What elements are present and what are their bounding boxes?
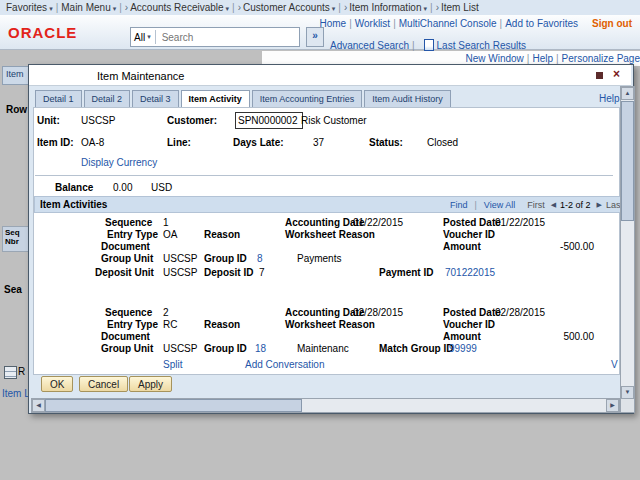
scroll-left-icon[interactable]: ◀ bbox=[32, 399, 45, 412]
group-unit-label: Group Unit bbox=[101, 343, 153, 354]
last-search-results-link[interactable]: Last Search Results bbox=[437, 40, 527, 51]
search-scope-dropdown[interactable]: All bbox=[134, 32, 145, 43]
row-range: 1-2 of 2 bbox=[560, 200, 591, 210]
split-link[interactable]: Split bbox=[163, 359, 182, 370]
search-box: All ▾ bbox=[130, 27, 300, 47]
amount-value: -500.00 bbox=[524, 241, 594, 252]
entry-type-value: OA bbox=[163, 229, 177, 240]
dropdown-arrow-icon: ▾ bbox=[424, 5, 428, 12]
breadcrumb-item-favorites[interactable]: Favorites▾ bbox=[6, 2, 53, 13]
search-input[interactable] bbox=[160, 31, 296, 44]
unit-value: USCSP bbox=[81, 115, 115, 126]
dropdown-arrow-icon: ▾ bbox=[226, 5, 230, 12]
currency-code: USD bbox=[151, 182, 172, 193]
header-links: Home | Worklist | MultiChannel Console |… bbox=[319, 18, 632, 29]
next-page-icon[interactable]: ▶ bbox=[597, 201, 602, 209]
deposit-id-label: Deposit ID bbox=[204, 267, 253, 278]
tab-detail-2[interactable]: Detail 2 bbox=[84, 90, 131, 108]
customer-label: Customer: bbox=[167, 115, 217, 126]
tab-item-accounting-entries[interactable]: Item Accounting Entries bbox=[252, 90, 363, 108]
tab-detail-3[interactable]: Detail 3 bbox=[132, 90, 179, 108]
group-unit-value: USCSP bbox=[163, 343, 197, 354]
horizontal-scrollbar[interactable]: ◀ ▶ bbox=[31, 398, 620, 413]
reason-label: Reason bbox=[204, 319, 240, 330]
deposit-unit-value: USCSP bbox=[163, 267, 197, 278]
payment-id-label: Payment ID bbox=[379, 267, 433, 278]
group-unit-value: USCSP bbox=[163, 253, 197, 264]
background-return-fragment: R bbox=[18, 366, 25, 377]
breadcrumb-item-main-menu[interactable]: Main Menu▾ bbox=[61, 2, 116, 13]
header-bar: ORACLE All ▾ » Home | Worklist | MultiCh… bbox=[0, 15, 640, 50]
sign-out-link[interactable]: Sign out bbox=[592, 18, 632, 29]
last-search-results-icon bbox=[424, 39, 434, 51]
status-label: Status: bbox=[369, 137, 403, 148]
voucher-id-label: Voucher ID bbox=[443, 319, 495, 330]
chevron-icon: › bbox=[238, 2, 241, 13]
breadcrumb-item-item-information[interactable]: ›Item Information▾ bbox=[344, 2, 427, 13]
payment-id-link[interactable]: 701222015 bbox=[445, 267, 495, 278]
activity-category: Payments bbox=[297, 253, 341, 264]
ok-button[interactable]: OK bbox=[41, 376, 73, 392]
balance-label: Balance bbox=[55, 182, 93, 193]
multichannel-console-link[interactable]: MultiChannel Console bbox=[399, 18, 497, 29]
advanced-search-row: Advanced Search | Last Search Results bbox=[330, 39, 526, 51]
group-id-label: Group ID bbox=[204, 343, 247, 354]
add-conversation-link[interactable]: Add Conversation bbox=[245, 359, 325, 370]
personalize-page-link[interactable]: Personalize Page bbox=[562, 53, 640, 64]
oracle-logo: ORACLE bbox=[8, 24, 77, 41]
match-group-id-link[interactable]: 99999 bbox=[449, 343, 477, 354]
first-link[interactable]: First bbox=[527, 200, 545, 210]
apply-button[interactable]: Apply bbox=[129, 376, 172, 392]
line-label: Line: bbox=[167, 137, 191, 148]
divider bbox=[35, 175, 613, 176]
accounting-date-value: 02/28/2015 bbox=[353, 307, 403, 318]
section-title: Item Activities bbox=[40, 199, 107, 210]
dropdown-arrow-icon: ▾ bbox=[332, 5, 336, 12]
background-search-fragment: Sea bbox=[4, 284, 22, 295]
view-all-link[interactable]: View All bbox=[484, 200, 515, 210]
worksheet-reason-label: Worksheet Reason bbox=[285, 229, 375, 240]
modal-titlebar: Item Maintenance bbox=[29, 65, 631, 86]
tab-item-activity[interactable]: Item Activity bbox=[181, 90, 250, 108]
add-to-favorites-link[interactable]: Add to Favorites bbox=[505, 18, 578, 29]
tab-item-audit-history[interactable]: Item Audit History bbox=[364, 90, 451, 108]
tab-detail-1[interactable]: Detail 1 bbox=[35, 90, 82, 108]
balance-value: 0.00 bbox=[113, 182, 132, 193]
new-window-link[interactable]: New Window bbox=[465, 53, 523, 64]
group-id-link[interactable]: 8 bbox=[257, 253, 263, 264]
scroll-right-icon[interactable]: ▶ bbox=[606, 399, 619, 412]
dropdown-arrow-icon: ▾ bbox=[113, 5, 117, 12]
risk-customer-label: Risk Customer bbox=[301, 115, 367, 126]
find-link[interactable]: Find bbox=[450, 200, 468, 210]
grid-icon bbox=[4, 366, 17, 379]
close-icon[interactable]: × bbox=[613, 67, 620, 81]
customer-field[interactable] bbox=[235, 112, 303, 129]
help-link[interactable]: Help bbox=[532, 53, 553, 64]
status-value: Closed bbox=[427, 137, 458, 148]
scroll-up-icon[interactable]: ▲ bbox=[621, 87, 634, 100]
breadcrumb-item-customer-accounts[interactable]: ›Customer Accounts▾ bbox=[238, 2, 336, 13]
sequence-label: Sequence bbox=[105, 307, 152, 318]
background-rows-fragment: Row bbox=[6, 104, 27, 115]
search-go-button[interactable]: » bbox=[306, 27, 324, 47]
days-late-label: Days Late: bbox=[233, 137, 284, 148]
cancel-button[interactable]: Cancel bbox=[79, 376, 128, 392]
item-list-link[interactable]: Item L bbox=[2, 388, 30, 399]
horizontal-scroll-thumb[interactable] bbox=[45, 399, 302, 412]
modal-help-link[interactable]: Help bbox=[599, 93, 620, 104]
item-id-label: Item ID: bbox=[37, 137, 74, 148]
display-currency-link[interactable]: Display Currency bbox=[81, 157, 157, 168]
vertical-scrollbar[interactable]: ▲ ▼ bbox=[620, 86, 635, 400]
advanced-search-link[interactable]: Advanced Search bbox=[330, 40, 409, 51]
worklist-link[interactable]: Worklist bbox=[355, 18, 390, 29]
breadcrumb-item-item-list[interactable]: ›Item List bbox=[436, 2, 479, 13]
home-link[interactable]: Home bbox=[319, 18, 346, 29]
vertical-scroll-thumb[interactable] bbox=[621, 101, 634, 221]
prev-page-icon[interactable]: ◀ bbox=[551, 201, 556, 209]
view-link-truncated[interactable]: V bbox=[611, 359, 618, 370]
posted-date-value: 01/22/2015 bbox=[495, 217, 545, 228]
deposit-unit-label: Deposit Unit bbox=[95, 267, 154, 278]
group-id-link[interactable]: 18 bbox=[255, 343, 266, 354]
breadcrumb-item-accounts-receivable[interactable]: ›Accounts Receivable▾ bbox=[125, 2, 229, 13]
divider bbox=[155, 30, 156, 44]
